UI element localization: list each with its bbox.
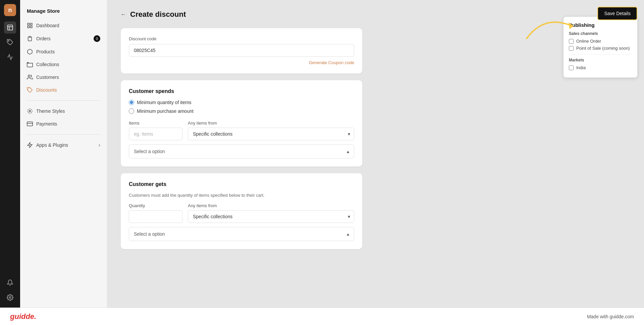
radio-min-quantity-input[interactable]	[129, 100, 134, 105]
nav-item-label: Payments	[36, 121, 57, 127]
radio-min-purchase[interactable]: Minimum purchase amount	[129, 108, 354, 114]
svg-rect-0	[8, 25, 13, 30]
customer-gets-title: Customer gets	[129, 181, 354, 187]
quantity-input[interactable]	[129, 210, 182, 223]
main-content: Save Details Publishing Sales channels O…	[107, 0, 644, 308]
customer-spends-card: Customer spends Minimum quantity of item…	[121, 80, 362, 167]
sidebar-item-customers[interactable]: Customers	[20, 71, 107, 84]
svg-rect-6	[31, 26, 32, 28]
gets-any-items-from-select[interactable]: Specific collections Any collection Spec…	[188, 210, 354, 223]
india-checkbox[interactable]	[569, 65, 574, 70]
nav-item-label: Collections	[36, 62, 59, 67]
svg-rect-7	[29, 36, 31, 37]
svg-point-10	[29, 110, 31, 112]
chevron-right-icon: ›	[99, 142, 100, 148]
svg-point-2	[9, 297, 11, 298]
sidebar-item-dashboard[interactable]: Dashboard	[20, 19, 107, 32]
gets-select-option-field[interactable]: Select a option ▴	[129, 227, 354, 241]
radio-min-quantity[interactable]: Minimum quantity of items	[129, 100, 354, 105]
gets-select-option-placeholder: Select a option	[134, 231, 165, 237]
svg-point-8	[28, 75, 30, 77]
discount-code-input[interactable]	[129, 44, 354, 57]
publishing-panel: Publishing Sales channels Online Order P…	[564, 17, 637, 78]
any-items-from-select[interactable]: Specific collections Any collection Spec…	[188, 128, 354, 140]
orders-badge: 0	[94, 35, 100, 42]
markets-label: Markets	[569, 58, 632, 62]
sidebar-item-products[interactable]: Products	[20, 45, 107, 58]
online-order-checkbox[interactable]	[569, 39, 574, 44]
any-items-from-select-wrapper: Specific collections Any collection Spec…	[188, 128, 354, 140]
india-label: India	[576, 65, 586, 70]
nav-item-label: Discounts	[36, 87, 57, 93]
svg-rect-3	[28, 23, 29, 25]
nav-item-label: Dashboard	[36, 23, 59, 28]
gets-select-option-wrapper: Select a option ▴	[129, 227, 354, 241]
nav-header: Manage Store	[20, 5, 107, 19]
gets-any-items-from-col: Any items from Specific collections Any …	[188, 203, 354, 223]
page-title: Create discount	[130, 10, 186, 19]
sidebar-tag-icon[interactable]	[4, 36, 16, 48]
sidebar-settings-icon[interactable]	[4, 291, 16, 304]
svg-point-1	[8, 41, 9, 42]
sidebar: n	[0, 0, 20, 308]
made-with-guidde: Made with guidde.com	[587, 314, 634, 319]
discount-code-card: Discount code Generate Coupon code	[121, 28, 362, 74]
svg-rect-5	[28, 26, 29, 28]
nav-item-label: Orders	[36, 36, 51, 41]
sidebar-item-orders[interactable]: Orders 0	[20, 32, 107, 45]
guidde-logo: guidde.	[10, 312, 36, 321]
customer-gets-card: Customer gets Customers must add the qua…	[121, 173, 362, 249]
customer-spends-title: Customer spends	[129, 88, 354, 94]
sidebar-item-discounts[interactable]: Discounts	[20, 84, 107, 96]
page-header: ← Create discount	[121, 10, 362, 19]
items-label: Items	[129, 121, 182, 126]
channel-online-order[interactable]: Online Order	[569, 39, 632, 44]
spends-select-option-placeholder: Select a option	[134, 149, 165, 154]
sales-channels-label: Sales channels	[569, 31, 632, 36]
nav-panel: Manage Store Dashboard Orders 0 Products…	[20, 0, 107, 308]
apps-plugins-label: Apps & Plugins	[36, 142, 68, 148]
svg-point-9	[28, 88, 29, 89]
sidebar-item-payments[interactable]: Payments	[20, 118, 107, 130]
customer-spends-form-row: Items Any items from Specific collection…	[129, 121, 354, 140]
gets-select-wrapper: Specific collections Any collection Spec…	[188, 210, 354, 223]
quantity-label: Quantity	[129, 203, 182, 208]
channel-pos[interactable]: Point of Sale (coming soon)	[569, 46, 632, 51]
chevron-up-icon: ▴	[347, 231, 349, 237]
publishing-title: Publishing	[569, 22, 632, 28]
radio-min-quantity-label: Minimum quantity of items	[137, 100, 192, 105]
generate-link-wrapper: Generate Coupon code	[129, 59, 354, 65]
any-items-from-col: Any items from Specific collections Any …	[188, 121, 354, 140]
any-items-from-label: Any items from	[188, 121, 354, 126]
pos-checkbox[interactable]	[569, 46, 574, 51]
svg-rect-4	[31, 23, 32, 25]
svg-rect-11	[27, 122, 33, 126]
sidebar-store-icon[interactable]	[4, 21, 16, 34]
nav-item-label: Theme Styles	[36, 108, 65, 114]
online-order-label: Online Order	[576, 39, 601, 44]
customer-gets-desc: Customers must add the quantity of items…	[129, 193, 354, 198]
apps-plugins-item[interactable]: Apps & Plugins ›	[20, 139, 107, 151]
generate-coupon-link[interactable]: Generate Coupon code	[309, 60, 354, 65]
svg-marker-13	[28, 143, 32, 148]
discount-code-label: Discount code	[129, 36, 354, 41]
sidebar-chart-icon[interactable]	[4, 51, 16, 63]
spends-select-option-field[interactable]: Select a option ▴	[129, 144, 354, 158]
customer-spends-radio-group: Minimum quantity of items Minimum purcha…	[129, 100, 354, 114]
app-logo: n	[4, 4, 16, 16]
content-area: ← Create discount Discount code Generate…	[107, 0, 376, 266]
sidebar-item-theme-styles[interactable]: Theme Styles	[20, 105, 107, 118]
radio-min-purchase-input[interactable]	[129, 108, 134, 114]
back-button[interactable]: ←	[121, 11, 126, 17]
sidebar-item-collections[interactable]: Collections	[20, 58, 107, 71]
items-col: Items	[129, 121, 182, 140]
save-details-button[interactable]: Save Details	[597, 7, 637, 20]
items-input[interactable]	[129, 128, 182, 140]
spends-select-option-wrapper: Select a option ▴	[129, 144, 354, 158]
nav-item-label: Products	[36, 49, 55, 54]
market-india[interactable]: India	[569, 65, 632, 70]
sidebar-bell-icon[interactable]	[4, 277, 16, 289]
pos-label: Point of Sale (coming soon)	[576, 46, 630, 51]
nav-item-label: Customers	[36, 75, 59, 80]
footer: guidde. Made with guidde.com	[0, 308, 644, 325]
